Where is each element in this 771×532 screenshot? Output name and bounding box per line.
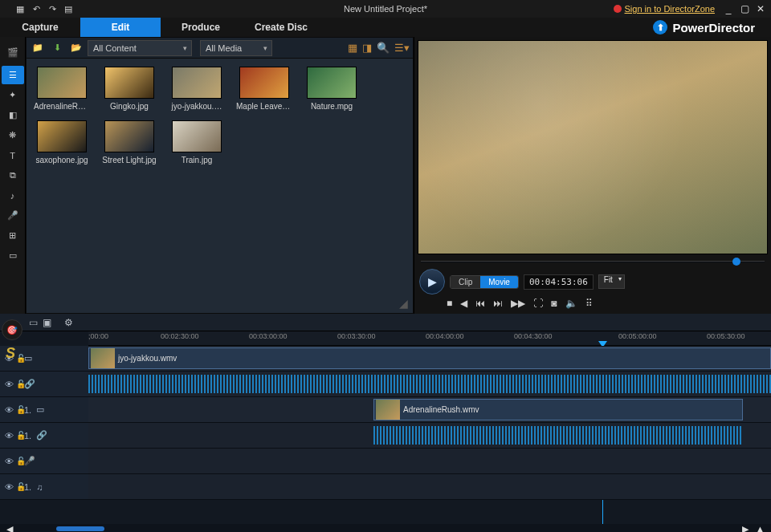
track-header[interactable]: 👁🔓1.▭ — [0, 397, 88, 422]
chapter-room-icon[interactable]: ⊞ — [2, 226, 24, 245]
step-back-icon[interactable]: ⏮ — [475, 298, 485, 309]
effect-room-icon[interactable]: ✦ — [2, 86, 24, 104]
mode-tab-edit[interactable]: Edit — [80, 18, 161, 37]
media-item[interactable]: jyo-jyakkou.… — [169, 67, 224, 111]
track-lock-icon[interactable]: 🔓 — [16, 431, 26, 440]
track-lane[interactable]: AdrenalineRush.wmv — [88, 397, 771, 422]
audio-room-icon[interactable]: ♪ — [2, 186, 24, 205]
particle-room-icon[interactable]: ❋ — [2, 126, 24, 144]
track-lock-icon[interactable]: 🔓 — [16, 482, 26, 491]
clip-movie-toggle[interactable]: Clip Movie — [450, 275, 519, 289]
stop-icon[interactable]: ■ — [447, 298, 452, 309]
media-item[interactable]: Gingko.jpg — [102, 67, 157, 111]
room-sidebar: 🎬 ☰ ✦ ◧ ❋ T ⧉ ♪ 🎤 ⊞ ▭ — [0, 37, 26, 314]
title-room-icon[interactable]: T — [2, 146, 24, 164]
content-filter-dropdown[interactable]: All Content — [88, 40, 192, 56]
preview-settings-icon[interactable]: ⠿ — [585, 298, 593, 309]
timeline-badge-icon[interactable]: 🎯 — [2, 319, 22, 340]
clapper-icon[interactable]: 🎬 — [2, 40, 24, 64]
track-header[interactable]: 👁🔓1.🔗 — [0, 423, 88, 448]
track-visible-icon[interactable]: 👁 — [5, 431, 14, 441]
media-item[interactable]: saxophone.jpg — [35, 120, 89, 164]
play-button[interactable]: ▶ — [419, 269, 445, 294]
track-visible-icon[interactable]: 👁 — [5, 457, 14, 466]
track-lock-icon[interactable]: 🔓 — [16, 405, 26, 414]
screen-icon[interactable]: ⛶ — [533, 298, 543, 309]
directorzone-icon — [614, 5, 622, 13]
media-filter-dropdown[interactable]: All Media — [200, 40, 272, 56]
redo-icon[interactable]: ↷ — [47, 3, 58, 14]
preview-screen[interactable] — [418, 40, 768, 254]
search-library-icon[interactable]: 🔍 — [377, 42, 390, 54]
media-item[interactable]: Nature.mpg — [304, 67, 359, 111]
timeline-settings-icon[interactable]: ⚙ — [64, 317, 73, 328]
minimize-button[interactable]: _ — [723, 4, 734, 14]
timeline-view2-icon[interactable]: ▣ — [43, 317, 51, 328]
media-item[interactable]: Maple Leaves… — [237, 67, 292, 111]
snapshot-icon[interactable]: ◙ — [551, 298, 557, 309]
track-header[interactable]: 👁🔓1.♫ — [0, 474, 88, 499]
clip-thumb-icon — [91, 348, 115, 368]
import-folder-icon[interactable]: 📁 — [30, 40, 46, 56]
media-item[interactable]: Street Light.jpg — [102, 120, 157, 164]
scroll-left-icon[interactable]: ◀ — [6, 524, 13, 533]
timeline-clip[interactable]: jyo-jyakkou.wmv — [88, 347, 771, 369]
track-visible-icon[interactable]: 👁 — [5, 380, 14, 389]
preview-seek-head[interactable] — [732, 258, 740, 266]
mode-tab-produce[interactable]: Produce — [161, 18, 241, 37]
media-item-label: AdrenalineRush… — [34, 102, 90, 111]
track-lane[interactable] — [88, 372, 771, 396]
timeline-view1-icon[interactable]: ▭ — [29, 317, 38, 328]
voice-room-icon[interactable]: 🎤 — [2, 206, 24, 225]
track-header[interactable]: 👁🔓🎤 — [0, 449, 88, 473]
new-project-icon[interactable]: ▦ — [14, 3, 26, 14]
zoom-fit-dropdown[interactable]: Fit — [598, 274, 625, 289]
track-lock-icon[interactable]: 🔓 — [16, 457, 26, 465]
media-room-icon[interactable]: ☰ — [2, 66, 24, 84]
mode-tab-createdisc[interactable]: Create Disc — [241, 18, 321, 37]
track-lane[interactable] — [88, 423, 771, 448]
folder-settings-icon[interactable]: 📂 — [68, 40, 84, 56]
pip-room-icon[interactable]: ◧ — [2, 106, 24, 124]
view-grid-icon[interactable]: ▦ — [348, 42, 357, 54]
view-options-icon[interactable]: ◨ — [362, 42, 372, 54]
timeline-scrollbar[interactable]: ◀ ▶ ▲ — [0, 524, 771, 532]
media-item[interactable]: AdrenalineRush… — [35, 67, 89, 111]
timeline-ruler[interactable]: ;00:00 00:02:30:00 00:03:00:00 00:03:30:… — [88, 331, 771, 346]
timeline-clip[interactable]: AdrenalineRush.wmv — [373, 399, 743, 420]
pill-clip[interactable]: Clip — [451, 276, 480, 288]
signin-label: Sign in to DirectorZone — [625, 4, 716, 14]
timeline-panel: ▭ ▣ ⚙ ;00:00 00:02:30:00 00:03:00:00 00:… — [0, 314, 771, 532]
track-visible-icon[interactable]: 👁 — [5, 482, 14, 492]
fx-badge-icon[interactable]: S — [6, 345, 15, 362]
track-lane[interactable] — [88, 449, 771, 473]
close-button[interactable]: ✕ — [755, 4, 766, 14]
prev-frame-icon[interactable]: ◀ — [460, 298, 467, 309]
step-fwd-icon[interactable]: ⏭ — [493, 298, 503, 309]
mode-tab-capture[interactable]: Capture — [0, 18, 80, 37]
media-item[interactable]: Train.jpg — [169, 120, 224, 164]
track-lock-icon[interactable]: 🔓 — [16, 354, 26, 363]
timeline-scroll-thumb[interactable] — [56, 526, 104, 531]
track-visible-icon[interactable]: 👁 — [5, 405, 14, 415]
undo-icon[interactable]: ↶ — [31, 3, 42, 14]
maximize-button[interactable]: ▢ — [739, 4, 750, 14]
preview-seek-bar[interactable] — [421, 258, 765, 266]
import-media-icon[interactable]: ⬇ — [49, 40, 65, 56]
pill-movie[interactable]: Movie — [480, 276, 518, 288]
save-icon[interactable]: ▤ — [63, 3, 74, 14]
library-resize-icon[interactable]: ◢ — [399, 297, 408, 310]
transition-room-icon[interactable]: ⧉ — [2, 166, 24, 185]
ruler-tick: 00:05:00:00 — [618, 332, 657, 340]
signin-link[interactable]: Sign in to DirectorZone — [614, 4, 716, 14]
fast-fwd-icon[interactable]: ▶▶ — [511, 298, 525, 309]
scroll-right-icon[interactable]: ▶ — [742, 524, 749, 533]
track-lock-icon[interactable]: 🔓 — [16, 380, 26, 388]
track-header[interactable]: 👁🔓🔗 — [0, 372, 88, 396]
track-lane[interactable] — [88, 474, 771, 499]
library-menu-icon[interactable]: ☰▾ — [394, 42, 410, 54]
scroll-end-icon[interactable]: ▲ — [756, 524, 765, 532]
volume-icon[interactable]: 🔈 — [565, 298, 577, 309]
subtitle-room-icon[interactable]: ▭ — [2, 246, 24, 265]
track-lane[interactable]: jyo-jyakkou.wmv — [88, 346, 771, 371]
